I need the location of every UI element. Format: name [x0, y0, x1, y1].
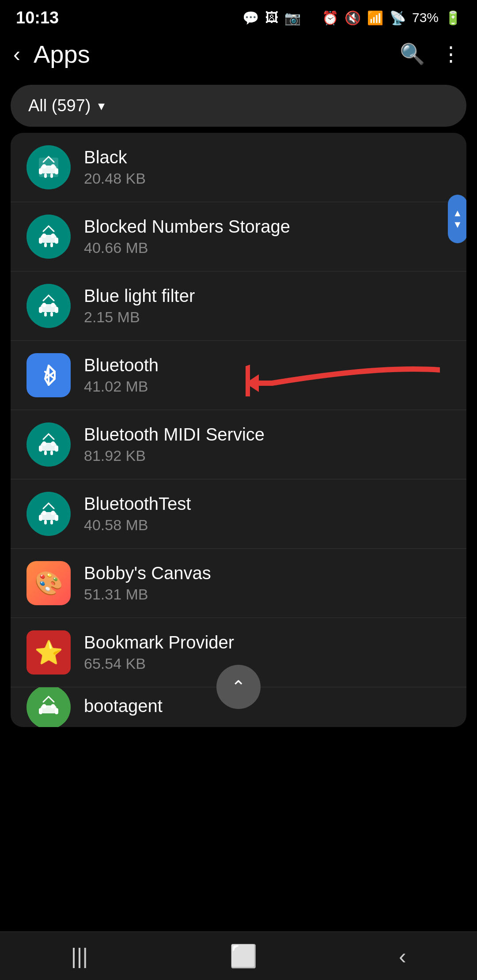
svg-rect-13	[39, 237, 42, 244]
bottom-navigation: ||| ⬜ ‹	[0, 931, 477, 980]
battery-icon: 🔋	[445, 10, 461, 26]
svg-rect-42	[50, 520, 53, 524]
app-name: Bookmark Provider	[84, 633, 450, 652]
svg-rect-14	[55, 237, 58, 244]
app-size: 81.92 KB	[84, 447, 450, 464]
app-size: 41.02 MB	[84, 378, 450, 395]
list-item[interactable]: Black 20.48 KB	[11, 133, 466, 202]
scroll-indicator[interactable]: ▲ ▼	[448, 195, 466, 243]
mute-icon: 🔇	[344, 10, 361, 26]
scroll-to-top-button[interactable]: ⌃	[216, 665, 261, 709]
svg-rect-40	[55, 515, 58, 521]
list-item[interactable]: Bluetooth MIDI Service 81.92 KB	[11, 410, 466, 479]
scroll-up-icon: ▲	[453, 208, 462, 218]
app-name: Blocked Numbers Storage	[84, 217, 450, 237]
list-item[interactable]: Blue light filter 2.15 MB	[11, 271, 466, 341]
filter-label: All (597)	[28, 96, 91, 115]
app-size: 2.15 MB	[84, 309, 450, 326]
svg-rect-38	[41, 512, 57, 520]
more-options-button[interactable]: ⋮	[441, 42, 461, 66]
app-icon-blue-light	[26, 284, 71, 328]
svg-rect-23	[44, 312, 47, 317]
photo-icon: 📷	[284, 10, 301, 26]
back-nav-button[interactable]: ‹	[372, 936, 433, 976]
app-size: 51.31 MB	[84, 586, 450, 603]
svg-rect-5	[39, 168, 42, 174]
app-info: Bluetooth 41.02 MB	[84, 355, 450, 395]
page-title: Apps	[34, 40, 90, 68]
status-time: 10:13	[16, 8, 59, 27]
recent-apps-button[interactable]: |||	[44, 936, 114, 976]
svg-rect-41	[44, 520, 47, 524]
app-name: Bobby's Canvas	[84, 563, 450, 583]
filter-arrow-icon: ▾	[98, 98, 105, 113]
list-item[interactable]: ⭐ Bookmark Provider 65.54 KB ⌃	[11, 618, 466, 687]
app-size: 20.48 KB	[84, 170, 450, 187]
app-size: 65.54 KB	[84, 655, 450, 672]
app-size: 40.58 MB	[84, 516, 450, 534]
message-icon: 💬	[242, 10, 259, 26]
alarm-icon: ⏰	[322, 10, 338, 26]
app-icon-bt-midi	[26, 422, 71, 467]
app-name: Black	[84, 147, 450, 167]
svg-rect-6	[55, 168, 58, 174]
home-button[interactable]: ⬜	[203, 936, 284, 976]
app-info: Blue light filter 2.15 MB	[84, 286, 450, 326]
app-icon-black	[26, 145, 71, 189]
list-item[interactable]: 🎨 Bobby's Canvas 51.31 MB	[11, 549, 466, 618]
svg-rect-31	[39, 445, 42, 452]
svg-rect-33	[44, 451, 47, 455]
svg-rect-15	[44, 243, 47, 247]
svg-rect-47	[39, 708, 42, 714]
svg-rect-16	[50, 243, 53, 247]
header: ‹ Apps 🔍 ⋮	[0, 32, 477, 76]
app-info: Black 20.48 KB	[84, 147, 450, 187]
app-icon-bootagent	[26, 687, 71, 727]
back-button[interactable]: ‹	[9, 38, 25, 71]
svg-rect-34	[50, 451, 53, 455]
svg-rect-30	[41, 443, 57, 451]
svg-rect-8	[50, 173, 53, 178]
svg-rect-24	[50, 312, 53, 317]
app-size: 40.66 MB	[84, 239, 450, 256]
app-name: BluetoothTest	[84, 494, 450, 514]
app-list-container: ▲ ▼ Black 20.48 KB	[11, 133, 466, 727]
list-item[interactable]: Blocked Numbers Storage 40.66 MB	[11, 202, 466, 271]
header-left: ‹ Apps	[9, 38, 90, 71]
bluetooth-list-item[interactable]: Bluetooth 41.02 MB	[11, 341, 466, 410]
app-icon-bt-test	[26, 492, 71, 536]
status-icons: 💬 🖼 📷 ⏰ 🔇 📶 📡 73% 🔋	[242, 10, 461, 26]
svg-rect-22	[55, 307, 58, 313]
svg-rect-46	[41, 705, 57, 713]
app-name: Blue light filter	[84, 286, 450, 306]
app-info: Blocked Numbers Storage 40.66 MB	[84, 217, 450, 256]
app-info: bootagent	[84, 696, 450, 719]
svg-rect-21	[39, 307, 42, 313]
svg-rect-39	[39, 515, 42, 521]
app-icon-bookmark: ⭐	[26, 630, 71, 675]
svg-rect-7	[44, 173, 47, 178]
app-icon-blocked-numbers	[26, 215, 71, 259]
svg-rect-12	[41, 235, 57, 243]
app-icon-bobbys: 🎨	[26, 561, 71, 605]
battery-percent: 73%	[412, 10, 439, 25]
app-info: BluetoothTest 40.58 MB	[84, 494, 450, 534]
scroll-down-icon: ▼	[453, 220, 462, 230]
status-bar: 10:13 💬 🖼 📷 ⏰ 🔇 📶 📡 73% 🔋	[0, 0, 477, 32]
app-name: Bluetooth	[84, 355, 450, 375]
header-right: 🔍 ⋮	[400, 42, 461, 66]
app-info: Bluetooth MIDI Service 81.92 KB	[84, 425, 450, 464]
wifi-icon: 📶	[367, 10, 383, 26]
svg-rect-20	[41, 304, 57, 312]
gallery-icon: 🖼	[265, 10, 278, 25]
svg-rect-32	[55, 445, 58, 452]
app-name: bootagent	[84, 696, 450, 716]
svg-rect-48	[55, 708, 58, 714]
list-item[interactable]: BluetoothTest 40.58 MB	[11, 479, 466, 549]
filter-bar[interactable]: All (597) ▾	[11, 85, 466, 127]
app-name: Bluetooth MIDI Service	[84, 425, 450, 445]
app-info: Bookmark Provider 65.54 KB	[84, 633, 450, 672]
signal-icon: 📡	[390, 10, 406, 26]
search-button[interactable]: 🔍	[400, 42, 425, 66]
app-info: Bobby's Canvas 51.31 MB	[84, 563, 450, 603]
